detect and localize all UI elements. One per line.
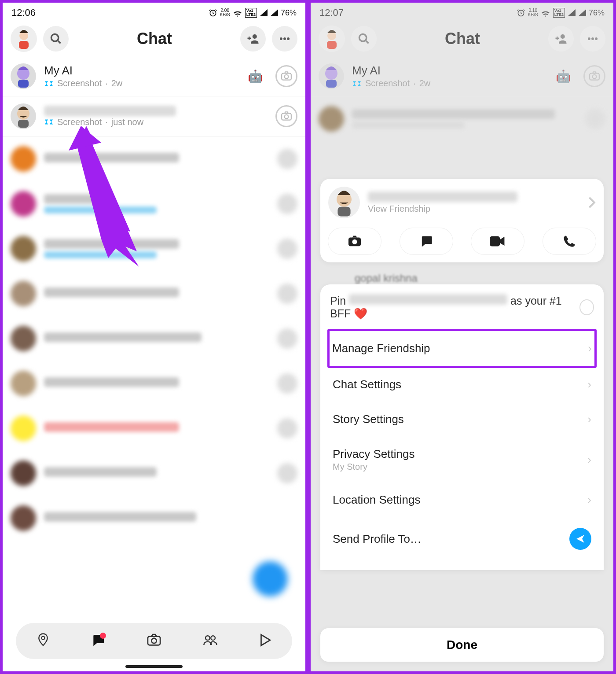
camera-icon xyxy=(347,235,362,247)
chat-time: 2w xyxy=(111,78,123,88)
chat-header-dimmed: Chat xyxy=(311,21,613,56)
alarm-icon xyxy=(209,8,217,17)
chat-status: Screenshot xyxy=(57,78,102,88)
search-button[interactable] xyxy=(43,26,69,52)
manage-friendship-item[interactable]: Manage Friendship › xyxy=(327,329,597,368)
video-icon xyxy=(490,236,506,247)
profile-name-redacted xyxy=(368,192,517,202)
done-button[interactable]: Done xyxy=(320,628,604,662)
done-label: Done xyxy=(447,638,477,652)
svg-rect-23 xyxy=(327,41,337,49)
svg-rect-33 xyxy=(337,207,350,217)
home-indicator xyxy=(125,665,183,668)
send-button[interactable] xyxy=(569,528,591,550)
pin-name-redacted xyxy=(349,294,507,305)
snap-camera-button[interactable] xyxy=(275,105,297,127)
menu-label: Location Settings xyxy=(333,493,420,507)
nav-camera[interactable] xyxy=(147,633,161,648)
svg-point-31 xyxy=(593,75,597,79)
chevron-right-icon: › xyxy=(587,493,591,507)
quick-camera-button[interactable] xyxy=(328,228,381,254)
profile-avatar[interactable] xyxy=(328,187,360,218)
menu-label: Chat Settings xyxy=(333,378,401,391)
chat-row-blurred xyxy=(3,451,305,496)
people-icon xyxy=(203,634,218,646)
status-bar: 12:06 2.00KB/S Vo1LTE2 76% xyxy=(3,3,305,21)
add-friend-button[interactable] xyxy=(240,26,266,52)
map-pin-icon xyxy=(37,633,50,648)
chat-status: Screenshot xyxy=(57,117,102,127)
more-button[interactable] xyxy=(272,26,297,52)
pin-radio[interactable] xyxy=(579,299,594,315)
menu-label: Manage Friendship xyxy=(332,342,430,355)
new-chat-fab[interactable] xyxy=(253,561,288,597)
background-chat-name: gopal krishna xyxy=(355,272,418,284)
svg-point-24 xyxy=(359,34,367,41)
chat-row-blurred xyxy=(3,496,305,541)
net-speed: 2.00KB/S xyxy=(220,8,230,17)
screenshot-icon xyxy=(44,118,54,126)
signal-icon-2 xyxy=(578,9,586,16)
phone-icon xyxy=(563,235,576,248)
snap-camera-button[interactable] xyxy=(275,65,297,87)
camera-icon xyxy=(281,71,292,81)
signal-icon-2 xyxy=(270,9,278,16)
menu-sublabel: My Story xyxy=(333,462,414,472)
quick-video-button[interactable] xyxy=(471,228,524,254)
avatar-icon xyxy=(11,103,36,129)
chevron-right-icon xyxy=(588,196,596,209)
pin-bff-row[interactable]: Pin as your #1 BFF ❤️ xyxy=(330,294,594,320)
battery-pct: 76% xyxy=(589,8,605,18)
notification-badge xyxy=(100,633,106,639)
lte-badge: Vo1LTE2 xyxy=(553,8,565,18)
camera-icon xyxy=(281,111,292,121)
nav-map[interactable] xyxy=(37,633,50,649)
svg-point-25 xyxy=(588,37,590,40)
svg-point-10 xyxy=(285,75,289,79)
svg-rect-2 xyxy=(19,41,29,49)
friend-profile-card: View Friendship xyxy=(320,179,604,262)
add-friend-icon xyxy=(246,32,260,45)
send-profile-item[interactable]: Send Profile To… xyxy=(330,517,594,560)
play-icon xyxy=(259,633,271,647)
net-speed: 0.10KB/S xyxy=(528,8,538,17)
chat-settings-item[interactable]: Chat Settings › xyxy=(330,367,594,402)
menu-label: Story Settings xyxy=(333,413,404,426)
nav-spotlight[interactable] xyxy=(259,633,271,648)
chevron-right-icon: › xyxy=(587,453,591,467)
chevron-right-icon: › xyxy=(588,342,592,355)
story-settings-item[interactable]: Story Settings › xyxy=(330,402,594,437)
chat-row-myai[interactable]: My AI Screenshot · 2w 🤖 xyxy=(3,56,305,96)
nav-stories[interactable] xyxy=(203,634,218,648)
avatar-icon xyxy=(11,63,36,89)
clock: 12:07 xyxy=(319,7,344,18)
location-settings-item[interactable]: Location Settings › xyxy=(330,482,594,517)
wifi-icon xyxy=(541,9,550,17)
profile-avatar[interactable] xyxy=(11,26,37,52)
status-icons: 0.10KB/S Vo1LTE2 76% xyxy=(517,8,605,18)
bottom-nav xyxy=(16,623,292,659)
quick-chat-button[interactable] xyxy=(400,228,453,254)
lte-badge: Vo1LTE2 xyxy=(245,8,257,18)
svg-rect-12 xyxy=(18,120,29,128)
svg-point-27 xyxy=(595,37,598,40)
svg-point-35 xyxy=(352,239,357,244)
privacy-settings-item[interactable]: Privacy Settings My Story › xyxy=(330,437,594,482)
wifi-icon xyxy=(233,9,242,17)
svg-point-19 xyxy=(211,636,215,640)
chevron-right-icon: › xyxy=(587,378,591,391)
quick-call-button[interactable] xyxy=(543,228,596,254)
clock: 12:06 xyxy=(11,7,36,18)
svg-point-17 xyxy=(151,638,156,643)
svg-point-3 xyxy=(51,34,59,41)
friend-action-sheet: Pin as your #1 BFF ❤️ Manage Friendship … xyxy=(320,284,604,570)
menu-label: Send Profile To… xyxy=(333,532,422,546)
signal-icon-1 xyxy=(260,9,268,16)
view-friendship-link[interactable]: View Friendship xyxy=(368,204,580,214)
alarm-icon xyxy=(517,8,525,17)
svg-point-4 xyxy=(280,37,282,40)
chat-row-dimmed: My AIScreenshot·2w 🤖 xyxy=(311,56,613,96)
status-icons: 2.00KB/S Vo1LTE2 76% xyxy=(209,8,297,18)
chat-row-friend[interactable]: Screenshot · just now xyxy=(3,96,305,136)
nav-chat[interactable] xyxy=(91,633,105,648)
